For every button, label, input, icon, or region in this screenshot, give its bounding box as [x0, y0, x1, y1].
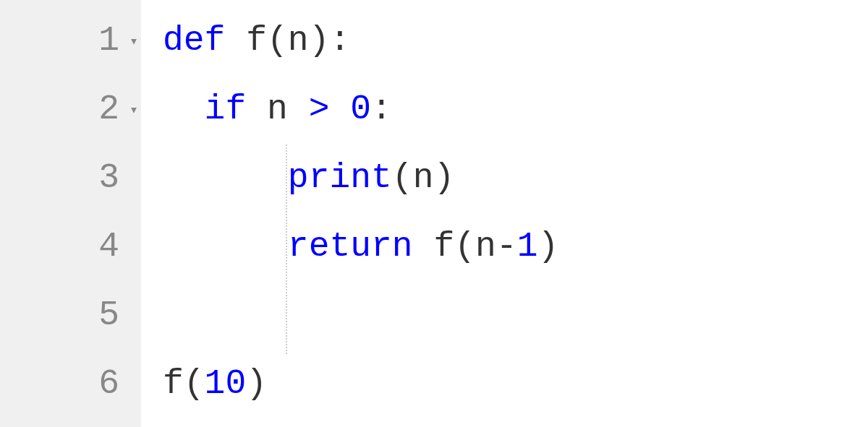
code-text [329, 90, 350, 129]
call-expr: f( [163, 364, 205, 403]
indent-guide [286, 145, 287, 354]
keyword-def: def [163, 21, 225, 60]
gutter-line-6[interactable]: 6 [0, 349, 141, 418]
gutter-line-2[interactable]: 2 ▾ [0, 74, 141, 143]
code-text [246, 90, 267, 129]
number-literal: 0 [350, 90, 371, 129]
code-text [225, 21, 246, 60]
code-editor-area[interactable]: def f(n): if n > 0: print(n) return f(n-… [141, 0, 868, 427]
gutter-line-3[interactable]: 3 [0, 143, 141, 212]
indent [163, 227, 288, 266]
keyword-if: if [205, 90, 247, 129]
line-number: 3 [98, 158, 119, 197]
function-signature: f(n): [246, 21, 350, 60]
code-text [413, 227, 434, 266]
code-line-1[interactable]: def f(n): [163, 6, 868, 74]
indent [163, 158, 288, 197]
fold-marker-icon[interactable]: ▾ [129, 100, 138, 118]
gutter-line-1[interactable]: 1 ▾ [0, 6, 141, 74]
close-paren: ) [246, 364, 267, 403]
line-number: 1 [98, 21, 119, 60]
fold-marker-icon[interactable]: ▾ [129, 31, 138, 49]
line-number: 6 [98, 364, 119, 403]
builtin-print: print [288, 158, 392, 197]
code-line-2[interactable]: if n > 0: [163, 74, 868, 143]
variable: n [267, 90, 309, 129]
line-number-gutter: 1 ▾ 2 ▾ 3 4 5 6 [0, 0, 141, 427]
indent [163, 90, 205, 129]
code-line-4[interactable]: return f(n-1) [163, 212, 868, 280]
line-number: 2 [98, 90, 119, 129]
gutter-line-5[interactable]: 5 [0, 280, 141, 349]
call-args: (n) [392, 158, 454, 197]
gutter-line-4[interactable]: 4 [0, 212, 141, 280]
code-line-5[interactable] [163, 280, 868, 349]
colon: : [371, 90, 392, 129]
call-expr: f(n- [433, 227, 516, 266]
operator-gt: > [309, 90, 330, 129]
line-number: 4 [98, 227, 119, 266]
close-paren: ) [538, 227, 559, 266]
number-literal: 1 [517, 227, 538, 266]
code-line-6[interactable]: f(10) [163, 349, 868, 418]
line-number: 5 [98, 296, 119, 335]
code-line-3[interactable]: print(n) [163, 143, 868, 212]
keyword-return: return [288, 227, 413, 266]
number-literal: 10 [205, 364, 247, 403]
